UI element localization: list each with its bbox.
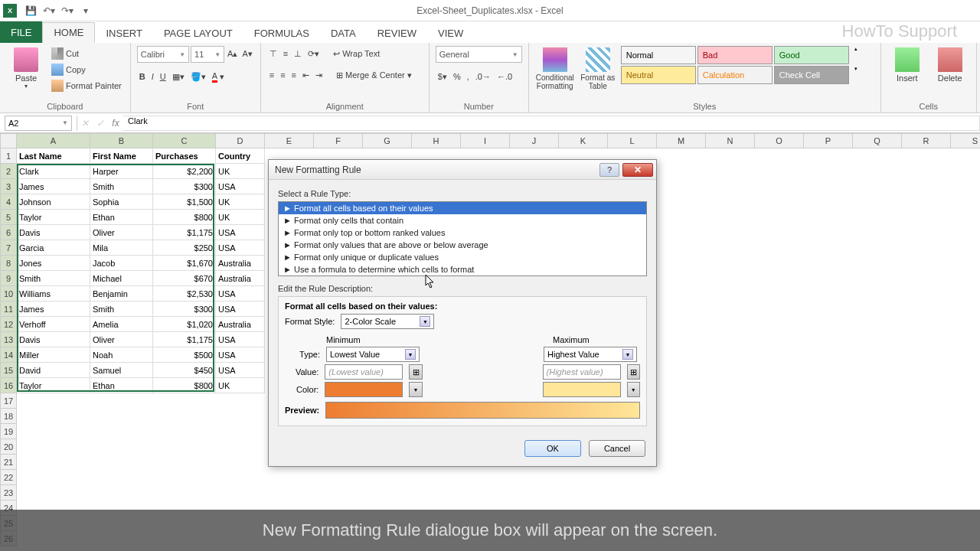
min-range-selector[interactable]: ⊞ [409,364,422,380]
cell[interactable]: Garcia [17,240,90,256]
dialog-close-button[interactable]: ✕ [622,163,653,177]
formula-input[interactable]: Clark [123,116,980,131]
style-neutral[interactable]: Neutral [621,66,696,84]
min-color-swatch[interactable] [325,382,403,397]
tab-page-layout[interactable]: PAGE LAYOUT [153,24,243,43]
row-header[interactable]: 18 [0,409,17,424]
row-header[interactable]: 19 [0,424,17,439]
cell[interactable]: James [17,179,90,194]
copy-button[interactable]: Copy [49,62,124,77]
column-header[interactable]: F [314,133,363,148]
row-header[interactable]: 22 [0,470,17,485]
min-color-dropdown[interactable]: ▼ [409,382,422,397]
cancel-button[interactable]: Cancel [589,440,645,457]
cell[interactable]: Australia [216,271,265,286]
cell[interactable]: UK [216,194,265,210]
orientation[interactable]: ⟳▾ [305,46,322,61]
row-header[interactable]: 6 [0,225,17,240]
row-header[interactable]: 13 [0,332,17,347]
percent-button[interactable]: % [451,69,463,84]
min-value-field[interactable]: (Lowest value) [325,364,403,380]
cell[interactable]: UK [216,378,265,393]
row-header[interactable]: 12 [0,317,17,332]
row-header[interactable]: 17 [0,393,17,409]
row-header[interactable]: 21 [0,455,17,470]
column-header[interactable]: L [608,133,657,148]
row-header[interactable]: 5 [0,210,17,225]
cell[interactable]: Last Name [17,148,90,164]
merge-center-button[interactable]: ⊞ Merge & Center ▾ [334,67,414,83]
underline-button[interactable]: U [158,69,168,84]
cell[interactable]: $2,200 [153,164,216,179]
cell[interactable]: $800 [153,378,216,393]
column-header[interactable]: B [90,133,153,148]
cell[interactable]: USA [216,225,265,240]
redo-button[interactable]: ↷▾ [60,3,75,18]
column-header[interactable]: G [363,133,412,148]
cell[interactable]: $250 [153,240,216,256]
cell[interactable]: Miller [17,347,90,363]
cell[interactable]: UK [216,210,265,225]
cell[interactable]: Australia [216,256,265,271]
cell[interactable]: Samuel [90,363,153,378]
rule-type-item[interactable]: ► Use a formula to determine which cells… [279,263,646,276]
column-header[interactable]: I [461,133,510,148]
column-header[interactable]: O [755,133,804,148]
cell[interactable]: Smith [90,179,153,194]
tab-home[interactable]: HOME [42,22,95,43]
cell[interactable]: Australia [216,317,265,332]
row-header[interactable]: 10 [0,286,17,302]
wrap-text-button[interactable]: ↩ Wrap Text [331,46,382,61]
row-header[interactable]: 15 [0,363,17,378]
row-header[interactable]: 20 [0,439,17,455]
cell[interactable]: Benjamin [90,286,153,302]
cell[interactable]: $450 [153,363,216,378]
max-range-selector[interactable]: ⊞ [627,364,640,380]
format-style-dropdown[interactable]: 2-Color Scale▼ [341,314,434,329]
border-button[interactable]: ▦▾ [170,69,187,84]
cell[interactable]: David [17,363,90,378]
align-right[interactable]: ≡ [289,67,299,83]
column-header[interactable]: A [17,133,90,148]
font-name-combo[interactable]: Calibri▼ [137,46,189,63]
style-check-cell[interactable]: Check Cell [774,66,849,84]
tab-review[interactable]: REVIEW [367,24,427,43]
cell[interactable]: USA [216,179,265,194]
increase-indent[interactable]: ⇥ [313,67,325,83]
insert-function-button[interactable]: fx [108,118,123,129]
cell[interactable]: $2,530 [153,286,216,302]
tab-data[interactable]: DATA [320,24,367,43]
fill-color-button[interactable]: 🪣▾ [188,69,208,84]
row-header[interactable]: 1 [0,148,17,164]
cell[interactable]: USA [216,347,265,363]
decrease-indent[interactable]: ⇤ [300,67,312,83]
cell[interactable]: USA [216,363,265,378]
column-header[interactable]: P [804,133,853,148]
cell[interactable]: Noah [90,347,153,363]
cell[interactable]: Davis [17,332,90,347]
column-header[interactable]: J [510,133,559,148]
row-header[interactable]: 9 [0,271,17,286]
min-type-dropdown[interactable]: Lowest Value▼ [326,347,420,362]
column-header[interactable]: H [412,133,461,148]
column-header[interactable]: M [657,133,706,148]
cell[interactable]: Jacob [90,256,153,271]
row-header[interactable]: 2 [0,164,17,179]
italic-button[interactable]: I [149,69,156,84]
number-format-combo[interactable]: General▼ [436,46,522,63]
cell[interactable]: USA [216,302,265,317]
conditional-formatting-button[interactable]: Conditional Formatting [535,46,575,96]
row-header[interactable]: 14 [0,347,17,363]
style-calculation[interactable]: Calculation [697,66,773,84]
cell[interactable]: Smith [90,302,153,317]
cell[interactable]: Purchases [153,148,216,164]
comma-button[interactable]: , [465,69,472,84]
cell[interactable]: $300 [153,179,216,194]
cell[interactable]: Mila [90,240,153,256]
row-header[interactable]: 23 [0,485,17,500]
cell[interactable]: Jones [17,256,90,271]
cell[interactable]: Sophia [90,194,153,210]
format-as-table-button[interactable]: Format as Table [578,46,618,96]
style-bad[interactable]: Bad [697,46,773,64]
cell[interactable]: Williams [17,286,90,302]
